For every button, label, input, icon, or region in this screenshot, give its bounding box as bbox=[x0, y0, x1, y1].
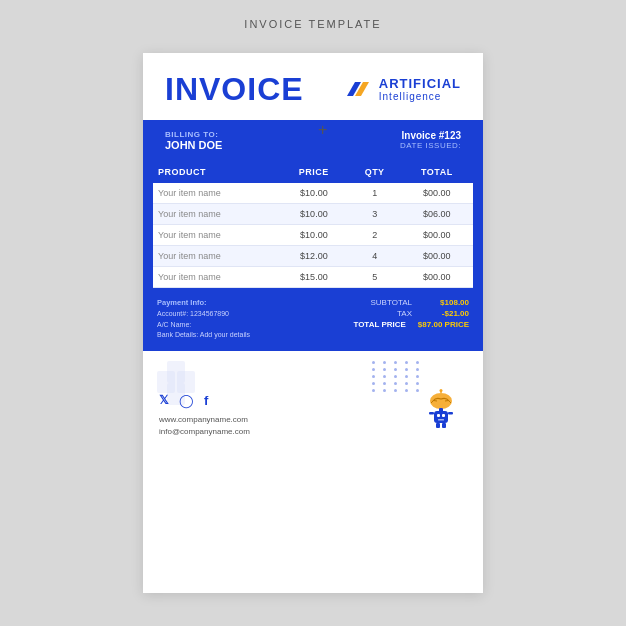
row-price: $12.00 bbox=[279, 246, 348, 267]
col-qty: QTY bbox=[349, 161, 401, 183]
svg-rect-8 bbox=[439, 408, 443, 412]
row-product: Your item name bbox=[153, 183, 279, 204]
brand-name-top: ARTIFICIAL bbox=[379, 77, 461, 91]
row-price: $10.00 bbox=[279, 204, 348, 225]
svg-rect-13 bbox=[448, 412, 453, 415]
billing-section: BILLING TO: JOHN DOE Invoice #123 DATE I… bbox=[143, 120, 483, 161]
table-row: Your item name $10.00 3 $06.00 bbox=[153, 204, 473, 225]
tax-value: -$21.00 bbox=[424, 309, 469, 318]
svg-rect-14 bbox=[436, 423, 440, 428]
date-issued-label: DATE ISSUED: bbox=[400, 141, 461, 150]
total-row: TOTAL PRICE $87.00 PRICE bbox=[353, 320, 469, 329]
subtotal-label: SUBTOTAL bbox=[371, 298, 413, 307]
brand-logo: ARTIFICIAL Intelligence bbox=[345, 77, 461, 102]
table-row: Your item name $10.00 2 $00.00 bbox=[153, 225, 473, 246]
page-label: INVOICE TEMPLATE bbox=[244, 18, 381, 30]
table-section: PRODUCT PRICE QTY TOTAL Your item name $… bbox=[143, 161, 483, 288]
svg-rect-11 bbox=[438, 419, 444, 421]
totals-section: SUBTOTAL $108.00 TAX -$21.00 TOTAL PRICE… bbox=[353, 298, 469, 331]
table-row: Your item name $10.00 1 $00.00 bbox=[153, 183, 473, 204]
svg-rect-9 bbox=[437, 414, 440, 417]
brand-text: ARTIFICIAL Intelligence bbox=[379, 77, 461, 102]
payment-info-label: Payment Info: bbox=[157, 298, 250, 307]
invoice-title: INVOICE bbox=[165, 71, 304, 108]
payment-info: Payment Info: Account#: 1234567890 A/C N… bbox=[157, 298, 250, 341]
row-qty: 2 bbox=[349, 225, 401, 246]
total-value: $87.00 PRICE bbox=[418, 320, 469, 329]
plus-decoration: + bbox=[318, 121, 327, 139]
tax-label: TAX bbox=[397, 309, 412, 318]
billing-info: BILLING TO: JOHN DOE bbox=[165, 130, 222, 151]
rect-decoration bbox=[157, 361, 207, 410]
items-table: PRODUCT PRICE QTY TOTAL Your item name $… bbox=[153, 161, 473, 288]
row-product: Your item name bbox=[153, 246, 279, 267]
row-product: Your item name bbox=[153, 225, 279, 246]
row-total: $00.00 bbox=[401, 225, 473, 246]
row-product: Your item name bbox=[153, 204, 279, 225]
row-product: Your item name bbox=[153, 267, 279, 288]
col-product: PRODUCT bbox=[153, 161, 279, 183]
dots-decoration bbox=[372, 361, 423, 392]
payment-bank: Bank Details: Add your details bbox=[157, 330, 250, 341]
svg-rect-12 bbox=[429, 412, 434, 415]
invoice-card: INVOICE ARTIFICIAL Intelligence + BILLIN… bbox=[143, 53, 483, 593]
brand-icon bbox=[345, 78, 373, 100]
billing-label: BILLING TO: bbox=[165, 130, 222, 139]
table-row: Your item name $12.00 4 $00.00 bbox=[153, 246, 473, 267]
payment-account: Account#: 1234567890 bbox=[157, 309, 250, 320]
svg-rect-5 bbox=[167, 383, 185, 405]
col-price: PRICE bbox=[279, 161, 348, 183]
invoice-number: Invoice #123 bbox=[400, 130, 461, 141]
row-qty: 5 bbox=[349, 267, 401, 288]
billing-name: JOHN DOE bbox=[165, 139, 222, 151]
invoice-bottom: 𝕏 ◯ f www.companyname.com info@companyna… bbox=[143, 351, 483, 454]
tax-row: TAX -$21.00 bbox=[353, 309, 469, 318]
payment-ac: A/C Name: bbox=[157, 320, 250, 331]
svg-rect-15 bbox=[442, 423, 446, 428]
row-total: $06.00 bbox=[401, 204, 473, 225]
svg-rect-10 bbox=[442, 414, 445, 417]
row-total: $00.00 bbox=[401, 183, 473, 204]
row-price: $15.00 bbox=[279, 267, 348, 288]
invoice-footer: Payment Info: Account#: 1234567890 A/C N… bbox=[143, 288, 483, 351]
total-label: TOTAL PRICE bbox=[353, 320, 405, 329]
table-row: Your item name $15.00 5 $00.00 bbox=[153, 267, 473, 288]
row-qty: 3 bbox=[349, 204, 401, 225]
brand-name-bottom: Intelligence bbox=[379, 91, 461, 102]
invoice-header: INVOICE ARTIFICIAL Intelligence bbox=[143, 53, 483, 120]
svg-point-17 bbox=[440, 389, 443, 392]
col-total: TOTAL bbox=[401, 161, 473, 183]
subtotal-value: $108.00 bbox=[424, 298, 469, 307]
svg-rect-4 bbox=[167, 361, 185, 383]
row-qty: 4 bbox=[349, 246, 401, 267]
row-total: $00.00 bbox=[401, 246, 473, 267]
subtotal-row: SUBTOTAL $108.00 bbox=[353, 298, 469, 307]
row-qty: 1 bbox=[349, 183, 401, 204]
robot-icon bbox=[417, 389, 465, 441]
svg-rect-7 bbox=[434, 411, 448, 423]
invoice-meta: Invoice #123 DATE ISSUED: bbox=[400, 130, 461, 150]
row-price: $10.00 bbox=[279, 225, 348, 246]
row-total: $00.00 bbox=[401, 267, 473, 288]
table-header-row: PRODUCT PRICE QTY TOTAL bbox=[153, 161, 473, 183]
row-price: $10.00 bbox=[279, 183, 348, 204]
